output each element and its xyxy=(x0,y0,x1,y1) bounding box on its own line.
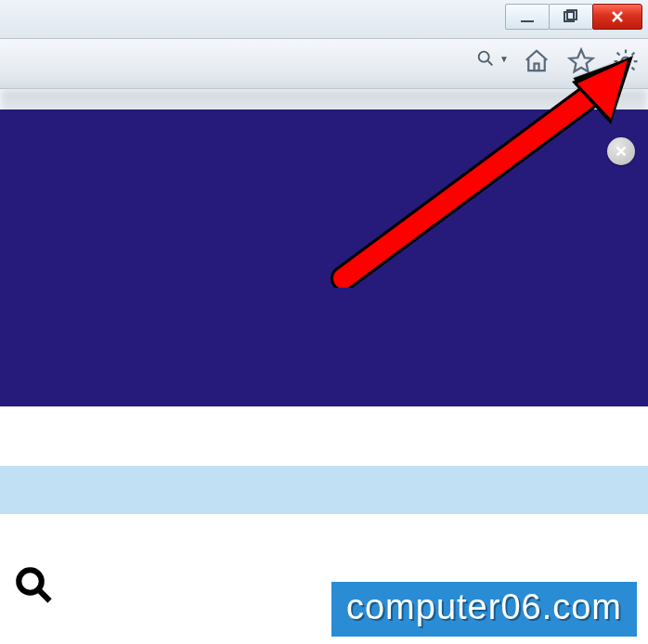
close-icon xyxy=(610,9,625,24)
home-icon xyxy=(523,47,551,75)
watermark-label: computer06.com xyxy=(331,582,637,637)
search-icon xyxy=(14,565,53,604)
toolbar-icon-group xyxy=(520,45,642,78)
minimize-icon xyxy=(521,20,534,22)
maximize-button[interactable] xyxy=(549,4,593,30)
svg-line-5 xyxy=(488,61,493,66)
svg-point-4 xyxy=(479,52,489,62)
favorites-button[interactable] xyxy=(564,45,598,78)
page-search-button[interactable] xyxy=(9,560,58,609)
close-icon xyxy=(615,145,628,158)
home-button[interactable] xyxy=(520,45,553,78)
tools-button[interactable] xyxy=(609,45,642,78)
page-content-panel xyxy=(0,109,648,406)
svg-line-11 xyxy=(39,590,49,600)
panel-close-button[interactable] xyxy=(607,137,635,165)
chevron-down-icon: ▼ xyxy=(499,54,509,64)
close-button[interactable] xyxy=(592,4,642,30)
svg-point-10 xyxy=(19,570,42,593)
minimize-button[interactable] xyxy=(505,4,550,30)
window-controls xyxy=(506,4,642,30)
sub-banner-bar xyxy=(0,466,648,514)
watermark-text: computer06.com xyxy=(346,587,622,626)
svg-point-7 xyxy=(622,58,630,66)
search-scope-dropdown[interactable]: ▼ xyxy=(475,48,509,69)
browser-toolbar: ▼ xyxy=(0,39,648,89)
gear-icon xyxy=(612,47,640,75)
star-icon xyxy=(567,47,595,75)
svg-rect-6 xyxy=(535,64,539,71)
search-icon xyxy=(475,48,496,69)
window-titlebar xyxy=(0,0,648,39)
maximize-icon xyxy=(564,9,578,24)
